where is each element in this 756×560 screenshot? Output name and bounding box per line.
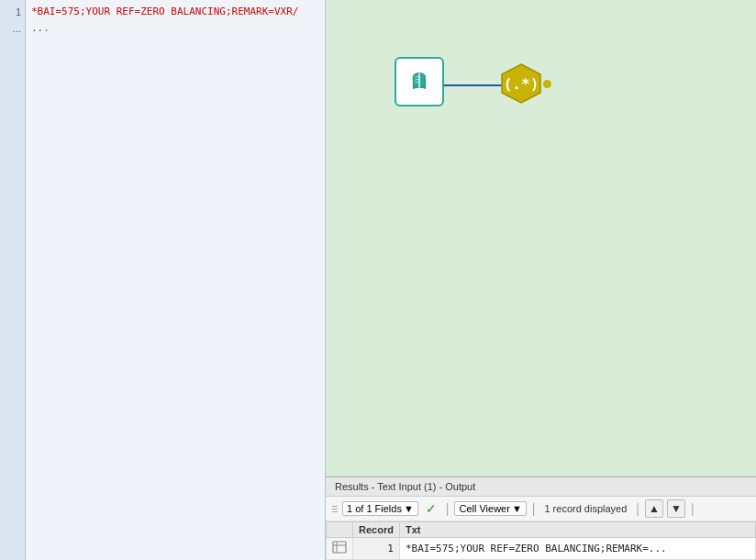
row-num-dots: ... [13,20,21,37]
text-input-node[interactable] [395,57,444,106]
check-button[interactable]: ✓ [422,499,440,518]
grip-line-3 [332,511,338,512]
cell-viewer-arrow: ▼ [512,503,522,514]
toolbar-separator-3: | [634,501,641,516]
toolbar-grip [331,499,339,518]
results-table: Record Txt 1 *BAI=575;YOUR REF=ZERO BALA… [326,521,756,560]
col-txt-header: Txt [399,522,755,538]
left-panel: 1 ... *BAI=575;YOUR REF=ZERO BALANCING;R… [0,0,326,560]
browse-row-icon [332,540,347,554]
toolbar-separator-1: | [444,501,451,516]
book-icon [404,66,435,97]
regex-hex-icon: (.*) [500,62,542,105]
fields-text: 1 of 1 Fields [347,503,402,514]
toolbar-separator-2: | [530,501,538,516]
nav-up-icon: ▲ [649,502,660,515]
canvas-area[interactable]: (.*) [326,0,756,476]
fields-dropdown-arrow: ▼ [404,503,414,514]
svg-rect-4 [333,542,346,553]
right-panel: (.*) Results - Text Input (1) - Output 1… [326,0,756,560]
check-icon: ✓ [426,501,437,516]
record-count-text: 1 record displayed [540,503,630,514]
nav-up-button[interactable]: ▲ [645,499,663,518]
table-row: 1 *BAI=575;YOUR REF=ZERO BALANCING;REMAR… [327,538,756,560]
output-dot [543,80,551,88]
results-header-text: Results - Text Input (1) - Output [335,481,475,492]
grip-line-2 [332,509,338,510]
results-panel: Results - Text Input (1) - Output 1 of 1… [326,476,756,560]
results-header: Results - Text Input (1) - Output [326,477,756,497]
toolbar-separator-4: | [689,501,696,516]
nav-down-button[interactable]: ▼ [667,499,685,518]
results-toolbar: 1 of 1 Fields ▼ ✓ | Cell Viewer ▼ | 1 re… [326,497,756,521]
grip-line-1 [332,506,338,507]
browse-icon-cell[interactable] [327,538,353,560]
data-row-dots: ... [31,20,319,37]
col-browse-icon [327,522,353,538]
nav-down-icon: ▼ [671,502,682,515]
cell-viewer-button[interactable]: Cell Viewer ▼ [454,501,526,516]
row-num-1: 1 [16,4,21,20]
row-num-cell: 1 [353,538,400,560]
svg-text:(.*): (.*) [504,75,539,93]
col-record-header: Record [353,522,400,538]
connector-line [444,84,503,86]
row-numbers: 1 ... [0,0,26,560]
table-header-row: Record Txt [327,522,756,538]
regex-node[interactable]: (.*) [500,62,542,107]
fields-selector[interactable]: 1 of 1 Fields ▼ [342,501,418,516]
left-content: *BAI=575;YOUR REF=ZERO BALANCING;REMARK=… [26,0,325,560]
cell-viewer-text: Cell Viewer [459,503,509,514]
row-txt-cell: *BAI=575;YOUR REF=ZERO BALANCING;REMARK=… [399,538,755,560]
data-row-1: *BAI=575;YOUR REF=ZERO BALANCING;REMARK=… [31,4,319,20]
